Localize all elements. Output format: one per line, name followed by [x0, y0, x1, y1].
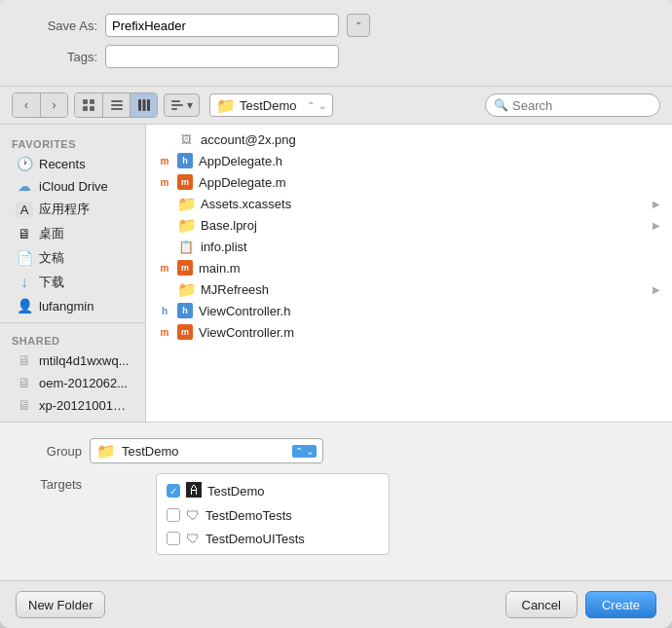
group-value: TestDemo — [122, 444, 179, 459]
file-item-appdelegate-m[interactable]: m m AppDelegate.m — [146, 171, 672, 193]
shared-1-label: mtilq4d1wxwq... — [39, 353, 129, 368]
target-item-testdemotests[interactable]: 🛡 TestDemoTests — [157, 503, 389, 527]
arrange-button[interactable]: ▾ — [164, 93, 200, 117]
back-button[interactable]: ‹ — [13, 93, 40, 117]
target-item-testdemouitests[interactable]: 🛡 TestDemoUITests — [157, 527, 389, 550]
footer: New Folder Cancel Create — [0, 580, 672, 628]
target-icon-testdemotests: 🛡 — [186, 507, 200, 523]
search-input[interactable] — [512, 98, 652, 113]
sidebar-item-downloads[interactable]: ↓ 下载 — [4, 271, 141, 294]
svg-rect-3 — [90, 106, 94, 111]
file-icon-viewcontroller-h: h — [177, 303, 193, 318]
bottom-panel: Group 📁 TestDemo ⌃ ⌄ Targets 🅰 TestD — [0, 422, 672, 580]
file-icon-account: 🖼 — [177, 133, 195, 145]
sidebar-item-shared-2[interactable]: 🖥 oem-2012062... — [4, 372, 141, 393]
forward-button[interactable]: › — [40, 93, 67, 117]
file-arrow-assets: ▶ — [653, 199, 660, 209]
file-arrow-base: ▶ — [653, 220, 660, 231]
new-folder-button[interactable]: New Folder — [16, 591, 105, 618]
recents-icon: 🕐 — [16, 156, 33, 171]
search-box: 🔍 — [485, 93, 660, 117]
column-view-button[interactable] — [130, 93, 157, 117]
cancel-button[interactable]: Cancel — [505, 591, 578, 618]
file-prefix-vh: h — [158, 306, 171, 316]
location-dropdown[interactable]: 📁 TestDemo ⌃ ⌄ — [209, 93, 333, 117]
search-icon: 🔍 — [494, 98, 508, 112]
save-as-input[interactable] — [105, 14, 339, 37]
documents-label: 文稿 — [39, 249, 64, 267]
downloads-label: 下载 — [39, 274, 64, 291]
tags-input[interactable] — [105, 45, 339, 68]
svg-rect-9 — [147, 99, 150, 111]
file-item-viewcontroller-h[interactable]: h h ViewController.h — [146, 300, 672, 321]
sidebar-item-shared-3[interactable]: 🖥 xp-201210011... — [4, 394, 141, 416]
svg-rect-2 — [83, 106, 88, 111]
file-item-main[interactable]: m m main.m — [146, 257, 672, 278]
collapse-button[interactable]: ⌃ — [347, 14, 370, 37]
tags-label: Tags: — [19, 50, 97, 64]
list-view-button[interactable] — [102, 93, 130, 117]
group-down-icon: ⌄ — [306, 446, 314, 457]
svg-rect-11 — [171, 104, 183, 106]
sidebar-item-recents[interactable]: 🕐 Recents — [4, 153, 141, 174]
target-checkbox-testdemotests[interactable] — [167, 508, 180, 522]
save-dialog: Save As: ⌃ Tags: ‹ › — [0, 0, 672, 628]
applications-label: 应用程序 — [39, 201, 90, 218]
save-as-row: Save As: ⌃ — [19, 14, 653, 37]
target-icon-testdemo: 🅰 — [186, 482, 202, 499]
file-item-account[interactable]: 🖼 account@2x.png — [146, 129, 672, 150]
file-icon-appdelegate-h: h — [177, 153, 193, 168]
target-checkbox-testdemouitests[interactable] — [167, 532, 180, 545]
group-dropdown[interactable]: 📁 TestDemo ⌃ ⌄ — [90, 438, 323, 463]
location-folder-icon: 📁 — [216, 96, 236, 115]
targets-list: 🅰 TestDemo 🛡 TestDemoTests 🛡 TestDemoUIT… — [156, 473, 390, 555]
file-item-plist[interactable]: 📋 info.plist — [146, 236, 672, 257]
footer-right: Cancel Create — [505, 591, 657, 618]
location-chevron-down: ⌄ — [318, 100, 326, 111]
group-select-left: 📁 TestDemo — [96, 442, 179, 461]
icon-view-button[interactable] — [75, 93, 102, 117]
sidebar-item-user[interactable]: 👤 lufangmin — [4, 295, 141, 316]
target-name-testdemouitests: TestDemoUITests — [205, 532, 305, 546]
file-item-viewcontroller-m[interactable]: m m ViewController.m — [146, 321, 672, 343]
svg-rect-12 — [171, 108, 177, 110]
applications-icon: A — [16, 202, 33, 218]
target-icon-testdemouitests: 🛡 — [186, 531, 200, 546]
file-item-appdelegate-h[interactable]: m h AppDelegate.h — [146, 150, 672, 171]
svg-rect-6 — [111, 108, 123, 110]
sidebar-item-applications[interactable]: A 应用程序 — [4, 198, 141, 221]
create-button[interactable]: Create — [585, 591, 656, 618]
shared-1-icon: 🖥 — [16, 352, 33, 368]
file-item-base[interactable]: 📁 Base.lproj ▶ — [146, 214, 672, 236]
target-item-testdemo[interactable]: 🅰 TestDemo — [157, 478, 389, 503]
sidebar-item-documents[interactable]: 📄 文稿 — [4, 246, 141, 270]
svg-rect-8 — [142, 99, 145, 111]
sidebar-item-shared-1[interactable]: 🖥 mtilq4d1wxwq... — [4, 350, 141, 371]
target-checkbox-testdemo[interactable] — [167, 484, 180, 498]
shared-2-icon: 🖥 — [16, 375, 33, 390]
view-buttons — [74, 92, 158, 118]
svg-rect-10 — [171, 100, 180, 102]
downloads-icon: ↓ — [16, 274, 33, 291]
file-arrow-mjrefreesh: ▶ — [653, 284, 660, 295]
main-content: Favorites 🕐 Recents ☁ iCloud Drive A 应用程… — [0, 125, 672, 422]
arrange-chevron: ▾ — [187, 98, 193, 112]
recents-label: Recents — [39, 157, 86, 171]
icloud-label: iCloud Drive — [39, 179, 108, 194]
svg-rect-5 — [111, 104, 123, 106]
icloud-icon: ☁ — [16, 178, 33, 194]
file-item-assets[interactable]: 📁 Assets.xcassets ▶ — [146, 193, 672, 214]
location-label: TestDemo — [240, 98, 297, 113]
collapse-icon: ⌃ — [355, 20, 362, 31]
file-prefix-m1: m — [158, 177, 171, 188]
target-name-testdemotests: TestDemoTests — [205, 508, 292, 523]
sidebar-item-desktop[interactable]: 🖥 桌面 — [4, 222, 141, 245]
file-icon-plist: 📋 — [177, 240, 195, 254]
file-item-mjrefreesh[interactable]: 📁 MJRefreesh ▶ — [146, 278, 672, 300]
file-icon-appdelegate-m: m — [177, 174, 193, 190]
sidebar: Favorites 🕐 Recents ☁ iCloud Drive A 应用程… — [0, 125, 146, 422]
desktop-icon: 🖥 — [16, 226, 33, 241]
sidebar-item-icloud[interactable]: ☁ iCloud Drive — [4, 175, 141, 197]
nav-buttons: ‹ › — [12, 92, 68, 118]
file-icon-assets: 📁 — [177, 195, 195, 213]
